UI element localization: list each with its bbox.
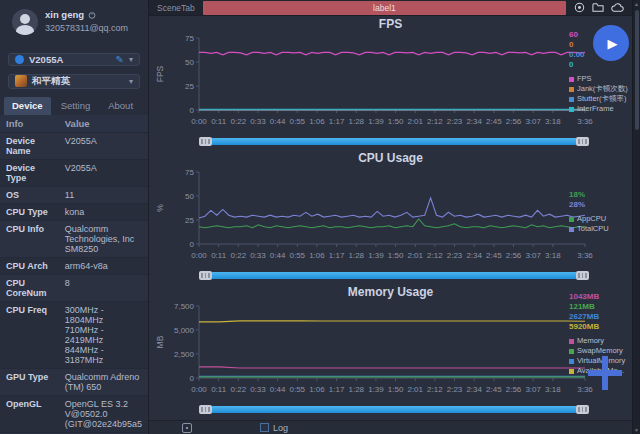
current-value: 28% <box>569 200 631 210</box>
user-avatar[interactable] <box>12 9 38 35</box>
table-row: Device TypeV2055A <box>0 159 148 186</box>
marker-icon[interactable] <box>574 2 585 13</box>
legend-item[interactable]: FPS <box>569 74 631 84</box>
legend-item[interactable]: InterFrame <box>569 104 631 114</box>
scene-label-bar[interactable]: label1 <box>203 1 566 15</box>
chart-overlay: 18%28%AppCPUTotalCPU <box>569 190 631 234</box>
legend-item[interactable]: TotalCPU <box>569 224 631 234</box>
play-button[interactable]: ▶ <box>593 25 629 61</box>
add-button[interactable] <box>588 356 622 390</box>
table-header-value: Value <box>59 115 148 133</box>
table-header-info: Info <box>0 115 59 133</box>
device-info-table: Info Value Device NameV2055ADevice TypeV… <box>0 115 148 434</box>
legend-swatch <box>569 77 574 82</box>
chart-plot[interactable]: 0255075FPS0:000:110:220:330:440:551:061:… <box>149 32 631 136</box>
legend-item[interactable]: AppCPU <box>569 214 631 224</box>
power-icon[interactable] <box>88 11 96 19</box>
svg-text:3:07: 3:07 <box>525 117 541 126</box>
legend-label: InterFrame <box>577 104 614 114</box>
scroll-up-icon[interactable]: ▲ <box>634 0 639 8</box>
svg-text:50: 50 <box>185 58 194 67</box>
scroll-down-icon[interactable]: ▼ <box>634 426 639 434</box>
range-handle-left[interactable] <box>199 405 212 414</box>
svg-text:2:12: 2:12 <box>427 385 443 394</box>
svg-text:0: 0 <box>190 106 195 115</box>
scrollbar-thumb[interactable] <box>635 10 639 130</box>
charts-area: FPS0255075FPS0:000:110:220:330:440:551:0… <box>149 16 632 420</box>
range-handle-right[interactable] <box>576 271 589 280</box>
range-handle-right[interactable] <box>576 405 589 414</box>
app-selector-label: 和平精英 <box>32 75 124 88</box>
svg-text:75: 75 <box>185 34 194 43</box>
tab-device[interactable]: Device <box>4 97 51 115</box>
log-checkbox[interactable] <box>260 423 269 432</box>
svg-text:1:28: 1:28 <box>348 117 364 126</box>
chart-section-fps: FPS0255075FPS0:000:110:220:330:440:551:0… <box>149 16 632 150</box>
range-track[interactable] <box>212 406 576 413</box>
user-email: 320578311@qq.com <box>45 22 128 36</box>
scene-tab-label: SceneTab <box>149 3 203 13</box>
svg-text:1:17: 1:17 <box>329 251 345 260</box>
user-name: xin geng <box>45 8 84 22</box>
chart-range-scrollbar[interactable] <box>199 137 589 146</box>
panel-toggle-icon[interactable] <box>182 423 192 433</box>
svg-text:2:01: 2:01 <box>407 385 423 394</box>
svg-text:7,500: 7,500 <box>174 302 195 311</box>
chart-range-scrollbar[interactable] <box>199 271 589 280</box>
range-track[interactable] <box>212 138 576 145</box>
app-selector[interactable]: 和平精英 ▾ <box>8 74 140 89</box>
device-selector[interactable]: V2055A ✎ ▾ <box>8 53 140 66</box>
edit-icon[interactable]: ✎ <box>116 54 124 65</box>
legend-item[interactable]: Stutter(卡顿率) <box>569 94 631 104</box>
svg-text:1:17: 1:17 <box>329 117 345 126</box>
tab-about[interactable]: About <box>100 97 141 115</box>
chart-plot[interactable]: 02,5005,0007,500MB0:000:110:220:330:440:… <box>149 300 631 404</box>
svg-text:0:11: 0:11 <box>211 385 227 394</box>
svg-text:2:56: 2:56 <box>506 251 522 260</box>
vertical-scrollbar[interactable]: ▲ ▼ <box>632 0 640 434</box>
svg-text:2:45: 2:45 <box>486 251 502 260</box>
legend-item[interactable]: Memory <box>569 336 631 346</box>
cloud-icon[interactable] <box>611 3 624 13</box>
svg-text:1:39: 1:39 <box>368 251 384 260</box>
current-value: 121MB <box>569 302 631 312</box>
svg-text:%: % <box>155 204 165 212</box>
range-track[interactable] <box>212 272 576 279</box>
range-handle-left[interactable] <box>199 137 212 146</box>
svg-text:3:18: 3:18 <box>545 117 561 126</box>
value-cell: Qualcomm Technologies, Inc SM8250 <box>59 220 148 257</box>
svg-text:1:06: 1:06 <box>309 385 325 394</box>
svg-text:0:44: 0:44 <box>270 385 286 394</box>
legend-swatch <box>569 217 574 222</box>
info-cell: CPU Arch <box>0 257 59 274</box>
legend-item[interactable]: Jank(卡顿次数) <box>569 84 631 94</box>
svg-text:1:06: 1:06 <box>309 251 325 260</box>
folder-icon[interactable] <box>592 2 604 13</box>
current-value: 0 <box>569 60 631 70</box>
svg-text:2:56: 2:56 <box>506 385 522 394</box>
legend-swatch <box>569 369 574 374</box>
svg-text:0:00: 0:00 <box>191 385 207 394</box>
tab-setting[interactable]: Setting <box>53 97 99 115</box>
svg-text:1:50: 1:50 <box>388 385 404 394</box>
table-row: CPU CoreNum8 <box>0 274 148 301</box>
info-cell: OS <box>0 186 59 203</box>
legend-label: Stutter(卡顿率) <box>577 94 627 104</box>
legend-item[interactable]: SwapMemory <box>569 346 631 356</box>
series-availablememory <box>199 321 585 322</box>
svg-text:75: 75 <box>185 168 194 177</box>
svg-text:2:23: 2:23 <box>447 385 463 394</box>
chevron-down-icon: ▾ <box>129 55 133 64</box>
table-row: CPU Archarm64-v8a <box>0 257 148 274</box>
chart-plot[interactable]: 0255075%0:000:110:220:330:440:551:061:17… <box>149 166 631 270</box>
series-appcpu <box>199 219 585 228</box>
svg-text:0:11: 0:11 <box>211 117 227 126</box>
range-handle-left[interactable] <box>199 271 212 280</box>
range-handle-right[interactable] <box>576 137 589 146</box>
svg-text:2:56: 2:56 <box>506 117 522 126</box>
value-cell: OpenGL ES 3.2 V@0502.0 (GIT@02e24b95a5 <box>59 395 148 432</box>
svg-text:2:23: 2:23 <box>447 251 463 260</box>
svg-text:0:44: 0:44 <box>270 251 286 260</box>
svg-text:3:07: 3:07 <box>525 385 541 394</box>
chart-range-scrollbar[interactable] <box>199 405 589 414</box>
